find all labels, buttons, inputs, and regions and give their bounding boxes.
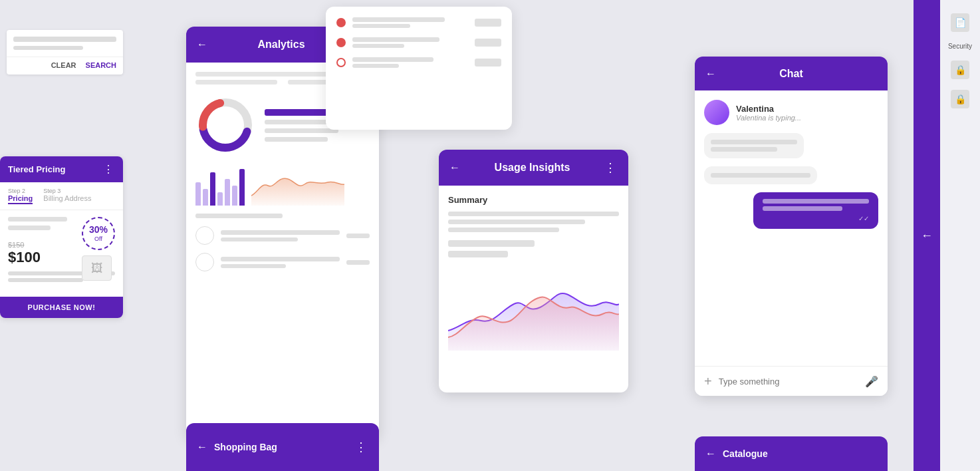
shopping-back-icon[interactable]: ←	[197, 441, 207, 453]
donut-chart	[195, 95, 255, 155]
step2: Step 2 Pricing	[8, 188, 33, 204]
item-row-1	[195, 226, 370, 245]
search-bar: CLEAR SEARCH	[7, 30, 123, 75]
usage-more-icon[interactable]: ⋮	[604, 160, 618, 175]
usage-title: Usage Insights	[495, 162, 570, 174]
tiered-pricing-card: Tiered Pricing ⋮ Step 2 Pricing Step 3 B…	[0, 156, 123, 318]
chat-input[interactable]	[719, 377, 858, 387]
user-name: Valentina	[736, 104, 801, 114]
timeline-item-2	[336, 37, 501, 48]
summary-label: Summary	[448, 195, 619, 205]
right-sidebar: 📄 Security 🔒 🔒	[940, 0, 980, 471]
bottom-analytics-panel: ← Shopping Bag ⋮	[186, 423, 379, 471]
catalogue-back-icon[interactable]: ←	[705, 448, 716, 460]
shopping-title: Shopping Bag	[214, 442, 348, 452]
shopping-more-icon[interactable]: ⋮	[355, 440, 368, 454]
tiered-pricing-title: Tiered Pricing	[8, 164, 65, 174]
clear-button[interactable]: CLEAR	[51, 61, 76, 69]
wave-chart	[251, 166, 370, 206]
chat-title: Chat	[779, 68, 803, 80]
sidebar-icon-file[interactable]: 📄	[951, 13, 969, 32]
purchase-button[interactable]: PURCHASE NOW!	[0, 297, 123, 318]
chat-user-info: Valentina Valentina is typing...	[704, 100, 878, 125]
item-row-2	[195, 253, 370, 271]
right-purple-strip: ←	[914, 0, 940, 471]
left-panel: CLEAR SEARCH Tiered Pricing ⋮ Step 2 Pri…	[0, 0, 130, 471]
analytics-title: Analytics	[257, 39, 305, 51]
chat-plus-icon[interactable]: +	[704, 375, 712, 388]
bottom-chat-panel: ← Catalogue	[695, 436, 888, 471]
discount-circle: 30% Off	[82, 217, 115, 250]
sidebar-security-label: Security	[948, 43, 972, 50]
sidebar-icon-lock1[interactable]: 🔒	[951, 61, 969, 79]
chat-bubble-sent: ✓✓	[753, 192, 878, 229]
usage-back-icon[interactable]: ←	[449, 162, 460, 174]
chat-back-icon[interactable]: ←	[705, 68, 716, 80]
chat-header: ← Chat ⋮	[695, 57, 888, 90]
chat-mic-icon[interactable]: 🎤	[865, 375, 878, 388]
right-arrow-icon[interactable]: ←	[921, 229, 933, 243]
chat-input-area: + 🎤	[695, 366, 888, 396]
sidebar-icon-lock2[interactable]: 🔒	[951, 90, 969, 108]
timeline-item-1	[336, 17, 501, 28]
chat-bubble-received-1	[704, 133, 804, 158]
chat-bubble-received-2	[704, 166, 817, 184]
product-image: 🖼	[82, 255, 112, 281]
step3: Step 3 Billing Address	[43, 188, 91, 204]
search-button[interactable]: SEARCH	[86, 61, 116, 69]
timeline-panel	[326, 7, 512, 130]
avatar	[704, 100, 729, 125]
catalogue-title: Catalogue	[723, 448, 877, 459]
usage-insights-panel: ← Usage Insights ⋮ Summary	[439, 150, 628, 392]
usage-wave-chart	[448, 264, 619, 351]
timeline-item-3	[336, 57, 501, 68]
tiered-pricing-header: Tiered Pricing ⋮	[0, 156, 123, 182]
chat-panel: ← Chat ⋮ Valentina Valentina is typing..…	[695, 57, 888, 396]
user-status: Valentina is typing...	[736, 114, 801, 122]
usage-header: ← Usage Insights ⋮	[439, 150, 628, 186]
analytics-back-icon[interactable]: ←	[197, 39, 207, 51]
more-icon[interactable]: ⋮	[103, 163, 115, 176]
bar-chart	[195, 166, 245, 206]
